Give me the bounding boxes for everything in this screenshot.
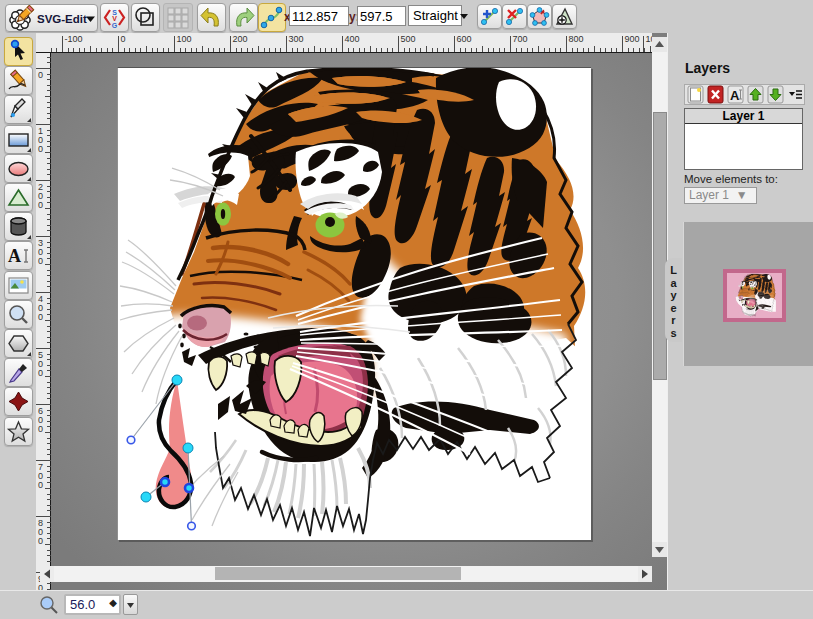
svg-text:300: 300 [289, 34, 304, 44]
svg-text:0: 0 [38, 70, 43, 80]
svg-text:0: 0 [38, 480, 43, 490]
svg-text:0: 0 [38, 424, 43, 434]
svg-text:0: 0 [38, 368, 43, 378]
svg-text:900: 900 [625, 34, 640, 44]
svg-text:A: A [730, 88, 740, 103]
svg-text:0: 0 [38, 144, 43, 154]
svg-text:500: 500 [401, 34, 416, 44]
svg-text:-100: -100 [65, 34, 83, 44]
svg-text:0: 0 [38, 312, 43, 322]
svg-text:600: 600 [457, 34, 472, 44]
svg-text:100: 100 [177, 34, 192, 44]
svg-text:0: 0 [121, 34, 126, 44]
svg-text:0: 0 [38, 536, 43, 546]
svg-text:700: 700 [513, 34, 528, 44]
svg-text:SVG-Edit: SVG-Edit [37, 13, 87, 25]
svg-text:400: 400 [345, 34, 360, 44]
svg-text:800: 800 [569, 34, 584, 44]
svg-text:200: 200 [233, 34, 248, 44]
svg-text:A: A [8, 246, 21, 266]
svg-text:0: 0 [38, 583, 43, 591]
svg-text:0: 0 [38, 200, 43, 210]
svg-text:0: 0 [38, 256, 43, 266]
svg-text:G: G [112, 22, 118, 29]
